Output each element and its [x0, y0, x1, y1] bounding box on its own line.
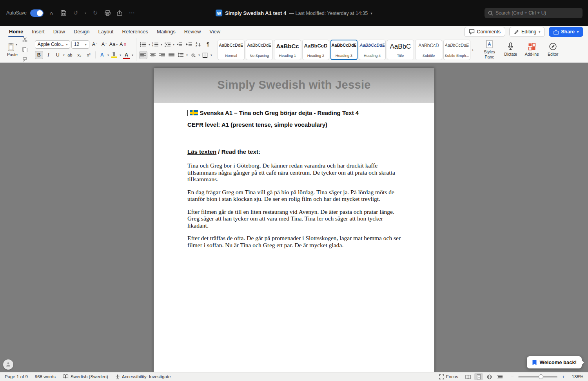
- style-heading-4[interactable]: AaBbCcDdE Heading 4: [359, 40, 386, 60]
- zoom-level[interactable]: 138%: [569, 374, 583, 379]
- dictate-button[interactable]: Dictate: [500, 42, 521, 57]
- highlight-button[interactable]: [110, 51, 118, 59]
- text-effects-chevron-icon[interactable]: ▾: [107, 53, 109, 57]
- add-ins-button[interactable]: Add-ins: [521, 43, 543, 57]
- tab-design[interactable]: Design: [69, 26, 94, 38]
- highlight-chevron-icon[interactable]: ▾: [120, 53, 121, 57]
- zoom-in-button[interactable]: +: [561, 374, 566, 380]
- tab-review[interactable]: Review: [180, 26, 205, 38]
- save-icon[interactable]: [59, 9, 68, 17]
- shading-chevron-icon[interactable]: ▾: [198, 53, 200, 57]
- shrink-font-button[interactable]: Aˇ: [100, 40, 108, 49]
- redo-icon[interactable]: ↻: [91, 9, 100, 17]
- multilevel-chevron-icon[interactable]: ▾: [173, 43, 174, 46]
- zoom-slider[interactable]: [518, 376, 557, 377]
- tab-view[interactable]: View: [205, 26, 225, 38]
- outdent-button[interactable]: [176, 40, 184, 49]
- zoom-slider-thumb[interactable]: [539, 374, 543, 379]
- style-normal[interactable]: AaBbCcDdE Normal: [218, 40, 245, 60]
- align-left-button[interactable]: [139, 51, 147, 59]
- tab-layout[interactable]: Layout: [94, 26, 118, 38]
- zoom-out-button[interactable]: −: [510, 374, 515, 380]
- styles-pane-button[interactable]: A Styles Pane: [479, 40, 500, 59]
- search-input[interactable]: [495, 10, 579, 16]
- search-box[interactable]: [485, 8, 583, 18]
- spellcheck-status[interactable]: Swedish (Sweden): [63, 374, 108, 379]
- document-area[interactable]: Simply Swedish with Jessie Svenska A1 – …: [0, 63, 588, 372]
- style-heading-2[interactable]: AaBbCcD Heading 2: [302, 40, 329, 60]
- sort-button[interactable]: AZ: [194, 40, 203, 49]
- print-layout-button[interactable]: [474, 373, 483, 380]
- line-spacing-button[interactable]: [177, 51, 185, 59]
- style-heading-3[interactable]: AaBbCcDdE Heading 3: [330, 40, 358, 60]
- focus-toggle[interactable]: Focus: [439, 374, 458, 379]
- editor-button[interactable]: Editor: [543, 42, 564, 57]
- accessibility-status[interactable]: Accessibility: Investigate: [115, 374, 171, 379]
- undo-icon[interactable]: ↺: [71, 9, 80, 17]
- clear-formatting-button[interactable]: A: [119, 40, 127, 49]
- tab-insert[interactable]: Insert: [27, 26, 49, 38]
- word-count[interactable]: 968 words: [35, 374, 56, 379]
- style-subtitle[interactable]: AaBbCcD Subtitle: [415, 40, 442, 60]
- tab-draw[interactable]: Draw: [49, 26, 69, 38]
- document-body[interactable]: Svenska A1 – Tina och Greg börjar dejta …: [187, 109, 402, 248]
- grow-font-button[interactable]: Aˆ: [91, 40, 99, 49]
- line-spacing-chevron-icon[interactable]: ▾: [186, 53, 188, 57]
- justify-button[interactable]: [167, 51, 176, 59]
- borders-chevron-icon[interactable]: ▾: [211, 53, 212, 57]
- paste-button[interactable]: ▾ Paste: [5, 42, 20, 58]
- style-subtle-emphasis[interactable]: AaBbCcDdE Subtle Emph...: [443, 40, 470, 60]
- autosave-toggle[interactable]: [30, 9, 44, 17]
- page[interactable]: Simply Swedish with Jessie Svenska A1 – …: [154, 68, 434, 372]
- copy-button[interactable]: [21, 46, 29, 54]
- styles-gallery-expand-icon[interactable]: ›: [472, 47, 474, 52]
- font-color-button[interactable]: A: [122, 51, 131, 59]
- superscript-button[interactable]: x²: [85, 51, 93, 59]
- strikethrough-button[interactable]: ab: [66, 51, 74, 59]
- underline-button[interactable]: U: [54, 51, 62, 59]
- document-title-bar[interactable]: W Simply Swedish A1 text 4 — Last Modifi…: [216, 10, 372, 16]
- share-button[interactable]: Share ▾: [549, 27, 583, 37]
- tab-references[interactable]: References: [118, 26, 152, 38]
- read-mode-button[interactable]: [464, 373, 472, 380]
- text-effects-button[interactable]: A: [98, 51, 106, 59]
- comments-button[interactable]: Comments: [464, 27, 505, 37]
- style-heading-1[interactable]: AaBbCc Heading 1: [274, 40, 301, 60]
- font-size-combo[interactable]: 12▾: [71, 40, 89, 49]
- print-icon[interactable]: [103, 9, 112, 17]
- align-right-button[interactable]: [158, 51, 166, 59]
- borders-button[interactable]: [201, 51, 209, 59]
- style-title[interactable]: AaBbC Title: [387, 40, 414, 60]
- title-chevron-icon[interactable]: ▾: [370, 11, 372, 15]
- share-doc-icon[interactable]: [115, 9, 124, 17]
- outline-view-button[interactable]: [495, 373, 504, 380]
- font-color-chevron-icon[interactable]: ▾: [132, 53, 133, 57]
- show-formatting-button[interactable]: ¶: [204, 40, 212, 49]
- paste-chevron-icon[interactable]: ▾: [16, 43, 17, 46]
- multilevel-list-button[interactable]: [163, 40, 172, 49]
- editing-mode-dropdown[interactable]: Editing ▾: [509, 27, 545, 37]
- shading-button[interactable]: [189, 51, 197, 59]
- underline-chevron-icon[interactable]: ▾: [63, 53, 65, 57]
- style-no-spacing[interactable]: AaBbCcDdE No Spacing: [246, 40, 273, 60]
- change-case-button[interactable]: Aa▾: [109, 40, 118, 49]
- font-name-combo[interactable]: Apple Colo...▾: [35, 40, 70, 49]
- web-layout-button[interactable]: [485, 373, 494, 380]
- assistant-badge[interactable]: [3, 359, 13, 370]
- bullets-chevron-icon[interactable]: ▾: [149, 43, 150, 46]
- bullets-button[interactable]: [139, 40, 147, 49]
- tab-mailings[interactable]: Mailings: [152, 26, 180, 38]
- numbering-button[interactable]: 123: [151, 40, 160, 49]
- italic-button[interactable]: I: [44, 51, 53, 59]
- align-center-button[interactable]: [149, 51, 157, 59]
- page-indicator[interactable]: Page 1 of 9: [5, 374, 28, 379]
- numbering-chevron-icon[interactable]: ▾: [161, 43, 162, 46]
- home-icon[interactable]: ⌂: [47, 9, 56, 17]
- welcome-back-toast[interactable]: Welcome back!: [527, 356, 582, 368]
- undo-chevron-icon[interactable]: ▾: [83, 9, 87, 17]
- subscript-button[interactable]: x₂: [75, 51, 83, 59]
- tab-home[interactable]: Home: [5, 26, 27, 38]
- indent-button[interactable]: [185, 40, 193, 49]
- bold-button[interactable]: B: [35, 51, 43, 59]
- more-commands-icon[interactable]: ⋯: [127, 9, 136, 17]
